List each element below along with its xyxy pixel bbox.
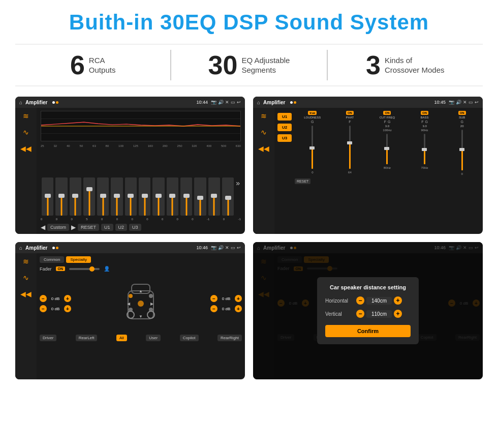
eq-play-back[interactable]: ◀ — [41, 224, 45, 231]
eq-custom-btn[interactable]: Custom — [47, 224, 69, 231]
cutfreq-slider[interactable] — [386, 134, 388, 164]
home-icon-3: ⌂ — [19, 245, 22, 251]
driver-btn[interactable]: Driver — [40, 335, 56, 341]
topbar-dots-3 — [52, 247, 58, 249]
eq-slider-6[interactable] — [125, 177, 137, 216]
eq-slider-7[interactable] — [139, 177, 150, 216]
fader-topbar: ⌂ Amplifier 10:46 📷 🔊 ✕ ▭ ↩ — [15, 242, 245, 253]
eq-screen-content: ≋ ∿ ◀◀ — [15, 108, 245, 234]
speaker-icon-2[interactable]: ◀◀ — [258, 144, 269, 153]
channel-bass: ON BASS FG 3.0 90Hz 70Hz — [407, 111, 443, 175]
vol-val-rl: 0 dB — [48, 307, 63, 311]
eq-u3-btn[interactable]: U3 — [129, 224, 141, 231]
rear-left-btn[interactable]: RearLeft — [76, 335, 98, 341]
vol-ctrl-rl: − 0 dB + — [40, 305, 71, 312]
confirm-button[interactable]: Confirm — [325, 325, 411, 337]
all-btn[interactable]: All — [116, 335, 127, 341]
vol-minus-fr[interactable]: − — [210, 295, 217, 302]
distance-screen-card: ⌂ Amplifier 10:46 📷 🔊 ✕ ▭ ↩ — [253, 242, 483, 379]
eq-u1-btn[interactable]: U1 — [101, 224, 113, 231]
eq-icon-3[interactable]: ≋ — [23, 257, 29, 265]
eq-slider-0[interactable] — [42, 177, 53, 216]
eq-slider-10[interactable] — [180, 177, 192, 216]
eq-slider-11[interactable] — [194, 177, 206, 216]
modal-vertical-row: Vertical − 110cm + — [325, 310, 411, 318]
wave-icon-2[interactable]: ∿ — [261, 128, 267, 136]
svg-text:▲: ▲ — [139, 289, 143, 293]
vol-plus-fr[interactable]: + — [235, 295, 242, 302]
rear-right-btn[interactable]: RearRight — [217, 335, 242, 341]
vertical-minus-btn[interactable]: − — [356, 310, 364, 318]
cutfreq-on-badge[interactable]: ON — [383, 111, 391, 115]
preset-u3[interactable]: U3 — [277, 134, 292, 142]
eq-slider-1[interactable] — [55, 177, 67, 216]
eq-slider-4[interactable] — [97, 177, 109, 216]
bass-on-badge[interactable]: ON — [421, 111, 428, 115]
tab-common[interactable]: Common — [40, 256, 64, 263]
stat-rca-label: RCA Outputs — [89, 55, 116, 75]
crossover-screen-content: ≋ ∿ ◀◀ U1 U2 U3 true — [253, 108, 483, 234]
speaker-layout: − 0 dB + − 0 dB + — [40, 276, 242, 332]
eq-graph — [41, 111, 241, 141]
vol-plus-fl[interactable]: + — [64, 295, 71, 302]
vol-plus-rl[interactable]: + — [64, 305, 71, 312]
eq-slider-5[interactable] — [111, 177, 122, 216]
eq-slider-2[interactable] — [70, 177, 81, 216]
eq-icon-2[interactable]: ≋ — [261, 112, 267, 120]
crossover-channels: true LOUDNESS G 0 — [295, 111, 480, 231]
camera-icon: 📷 — [211, 100, 216, 105]
svg-text:▼: ▼ — [139, 314, 143, 319]
eq-icon[interactable]: ≋ — [23, 112, 29, 120]
phat-slider[interactable] — [349, 126, 351, 169]
eq-slider-3[interactable] — [83, 177, 95, 216]
bass-slider[interactable] — [424, 134, 425, 164]
tab-specialty[interactable]: Specialty — [66, 256, 90, 263]
svg-point-11 — [138, 301, 144, 307]
loudness-slider[interactable] — [312, 126, 313, 169]
loudness-on-badge[interactable]: true — [308, 111, 317, 115]
modal-title: Car speaker distance setting — [325, 284, 411, 290]
eq-reset-btn[interactable]: RESET — [78, 224, 99, 231]
speaker-icon[interactable]: ◀◀ — [20, 144, 32, 153]
eq-freqs: 253240506380100125160200250320400500630 — [41, 144, 241, 147]
speaker-controls-left: − 0 dB + − 0 dB + — [40, 295, 71, 312]
eq-play-fwd[interactable]: ▶ — [71, 224, 76, 231]
horizontal-minus-btn[interactable]: − — [356, 296, 364, 305]
fader-screen-content: ≋ ∿ ◀◀ Common Specialty Fader ON — [15, 253, 245, 379]
vol-minus-rr[interactable]: − — [210, 305, 217, 312]
user-btn[interactable]: User — [146, 335, 161, 341]
horizontal-plus-btn[interactable]: + — [394, 296, 402, 305]
fader-handle[interactable] — [89, 266, 95, 272]
eq-slider-9[interactable] — [167, 177, 178, 216]
svg-point-9 — [129, 308, 133, 312]
wave-icon[interactable]: ∿ — [23, 128, 29, 136]
speaker-icon-3[interactable]: ◀◀ — [20, 290, 32, 298]
vol-minus-fl[interactable]: − — [40, 295, 47, 302]
dot-white-2 — [290, 101, 293, 104]
eq-slider-12[interactable] — [208, 177, 220, 216]
eq-slider-8[interactable] — [152, 177, 164, 216]
preset-u2[interactable]: U2 — [277, 124, 292, 131]
fader-on-badge[interactable]: ON — [56, 266, 66, 271]
sub-on-badge[interactable]: ON — [458, 111, 466, 115]
sub-label: SUB — [459, 116, 465, 119]
sub-slider[interactable] — [461, 130, 463, 170]
vol-plus-rr[interactable]: + — [235, 305, 242, 312]
fader-label: Fader — [40, 266, 52, 272]
fader-person-icon: 👤 — [104, 266, 110, 272]
vol-minus-rl[interactable]: − — [40, 305, 47, 312]
channels-grid: true LOUDNESS G 0 — [295, 111, 480, 175]
eq-slider-13[interactable] — [222, 177, 234, 216]
volume-icon-3: 🔊 — [218, 245, 224, 250]
copilot-btn[interactable]: Copilot — [180, 335, 199, 341]
vertical-plus-btn[interactable]: + — [394, 310, 402, 318]
eq-u2-btn[interactable]: U2 — [115, 224, 128, 231]
svg-text:▶: ▶ — [150, 302, 154, 306]
phat-on-badge[interactable]: ON — [346, 111, 354, 115]
fader-slider[interactable] — [69, 268, 100, 270]
crossover-reset-btn[interactable]: RESET — [295, 178, 310, 184]
wave-icon-3[interactable]: ∿ — [23, 274, 29, 282]
preset-u1[interactable]: U1 — [277, 113, 292, 121]
eq-graph-svg — [41, 111, 240, 141]
eq-scroll-right[interactable]: » — [236, 179, 240, 187]
